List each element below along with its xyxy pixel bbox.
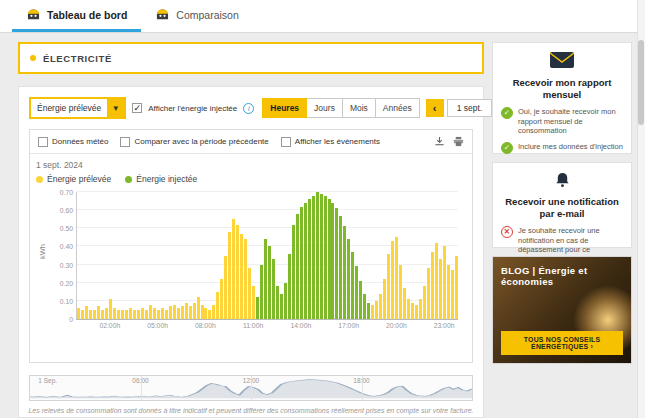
bar-energie-prelevee: [399, 265, 402, 319]
chart-actions: [434, 136, 464, 147]
bar-energie-prelevee: [201, 305, 204, 320]
bar-energie-prelevee: [117, 310, 120, 319]
bar-energie-prelevee: [220, 279, 223, 319]
period-annees[interactable]: Années: [376, 98, 420, 118]
energy-type-value: Énergie prélevée: [31, 103, 107, 113]
bar-energie-prelevee: [443, 246, 446, 319]
y-tick-label: 0.30: [49, 261, 73, 268]
bar-energie-prelevee: [411, 303, 414, 319]
y-tick-label: 0.40: [49, 243, 73, 250]
bar-energie-prelevee: [447, 265, 450, 319]
chart-option-1[interactable]: Comparer avec la période précédente: [120, 137, 268, 147]
y-tick-label: 0.60: [49, 207, 73, 214]
top-tab-bar: Tableau de bordComparaison: [0, 0, 645, 33]
checkbox-icon: [281, 137, 291, 147]
bar-energie-prelevee: [129, 308, 132, 319]
bar-energie-injectee: [347, 239, 350, 319]
x-tick-label: 05:00h: [147, 322, 168, 329]
bar-energie-prelevee: [407, 299, 410, 319]
bar-energie-prelevee: [244, 239, 247, 319]
bar-energie-prelevee: [189, 306, 192, 319]
bar-energie-injectee: [260, 265, 263, 319]
envelope-icon: [549, 51, 575, 73]
bar-energie-prelevee: [208, 310, 211, 319]
chart-option-0[interactable]: Données météo: [38, 137, 108, 147]
gridline: 0.50: [77, 227, 458, 228]
legend-item: Énergie injectée: [125, 174, 197, 184]
bar-energie-prelevee: [133, 310, 136, 319]
bar-energie-injectee: [292, 225, 295, 319]
email-notification-title: Recevoir une notification par e-mail: [501, 196, 623, 220]
bar-energie-prelevee: [121, 310, 124, 319]
mascot-icon: [155, 8, 170, 21]
bar-energie-injectee: [264, 239, 267, 319]
energy-type-select[interactable]: Énergie prélevée ▼: [29, 97, 126, 119]
bar-energie-prelevee: [371, 305, 374, 320]
gridline: 0.60: [77, 209, 458, 210]
period-toggle-group: HeuresJoursMoisAnnées: [262, 98, 419, 118]
monthly-report-title: Recevoir mon rapport mensuel: [501, 77, 623, 101]
show-injected-checkbox[interactable]: ✓: [132, 103, 142, 113]
bar-energie-prelevee: [173, 305, 176, 320]
preference-toggle-item[interactable]: ✓Oui, je souhaite recevoir mon rapport m…: [501, 107, 623, 136]
current-date-label: 1 sept.: [447, 99, 493, 117]
cross-circle-icon: ✕: [501, 226, 513, 238]
email-notification-card: Recevoir une notification par e-mail ✕Je…: [492, 162, 632, 248]
check-circle-icon: ✓: [501, 142, 513, 154]
bar-energie-prelevee: [395, 237, 398, 319]
legend-dot-icon: [36, 176, 43, 183]
bar-energie-prelevee: [228, 232, 231, 319]
y-axis-unit-label: kWh: [36, 192, 48, 312]
bar-energie-prelevee: [81, 310, 84, 319]
bar-energie-prelevee: [248, 268, 251, 319]
scrollbar-track[interactable]: [637, 0, 645, 418]
period-jours[interactable]: Jours: [307, 98, 343, 118]
blog-title: BLOG | Énergie et économies: [501, 265, 623, 287]
main-panel: Énergie prélevée ▼ ✓ Afficher l'énergie …: [18, 86, 484, 418]
tab-tableau-de-bord[interactable]: Tableau de bord: [12, 0, 141, 32]
download-icon[interactable]: [434, 136, 445, 147]
period-heures[interactable]: Heures: [262, 98, 307, 118]
info-icon[interactable]: i: [243, 103, 254, 114]
print-icon[interactable]: [453, 136, 464, 147]
bar-energie-prelevee: [181, 306, 184, 319]
x-tick-label: 11:00h: [243, 322, 263, 329]
bar-energie-injectee: [339, 216, 342, 319]
bar-energie-prelevee: [89, 310, 92, 319]
bar-energie-prelevee: [451, 270, 454, 319]
bar-energie-prelevee: [93, 310, 96, 319]
electricity-title: ÉLECTRICITÉ: [43, 53, 112, 64]
bar-energie-injectee: [256, 297, 259, 319]
legend-item: Énergie prélevée: [36, 174, 111, 184]
chart-option-2[interactable]: Afficher les événements: [281, 137, 380, 147]
prev-date-button[interactable]: ‹: [426, 99, 444, 117]
bar-energie-injectee: [296, 214, 299, 319]
bar-energie-prelevee: [109, 299, 112, 319]
bar-energie-prelevee: [149, 305, 152, 320]
tab-comparaison[interactable]: Comparaison: [141, 0, 252, 32]
bar-energie-injectee: [284, 283, 287, 319]
period-mois[interactable]: Mois: [343, 98, 376, 118]
bar-energie-injectee: [308, 199, 311, 319]
bar-energie-injectee: [343, 226, 346, 319]
bar-energie-prelevee: [252, 286, 255, 319]
blog-cta-button[interactable]: TOUS NOS CONSEILS ÉNERGÉTIQUES ›: [501, 331, 623, 355]
bell-icon: [554, 171, 571, 192]
bar-energie-prelevee: [85, 306, 88, 319]
y-tick-label: 0: [49, 316, 73, 323]
chart-plot: 00.100.200.300.400.500.600.70: [76, 192, 458, 320]
preference-toggle-item[interactable]: ✓Inclure mes données d'injection: [501, 142, 623, 154]
bar-energie-injectee: [363, 294, 366, 319]
x-axis-labels: 02:00h05:00h08:00h11:00h14:00h17:00h20:0…: [76, 320, 458, 331]
bar-energie-injectee: [335, 208, 338, 319]
x-tick-label: 23:00h: [434, 322, 455, 329]
bar-energie-injectee: [351, 252, 354, 319]
scrollbar-thumb[interactable]: [638, 40, 644, 125]
chart-minimap-scrubber[interactable]: 1 Sep.06:0012:0018:00: [29, 375, 473, 401]
y-tick-label: 0.70: [49, 189, 73, 196]
bar-energie-prelevee: [232, 219, 235, 319]
bar-energie-injectee: [367, 303, 370, 319]
bar-energie-injectee: [359, 281, 362, 319]
plot-area: 00.100.200.300.400.500.600.70 02:00h05:0…: [48, 192, 462, 331]
chart-options-row: Données météoComparer avec la période pr…: [30, 130, 472, 154]
